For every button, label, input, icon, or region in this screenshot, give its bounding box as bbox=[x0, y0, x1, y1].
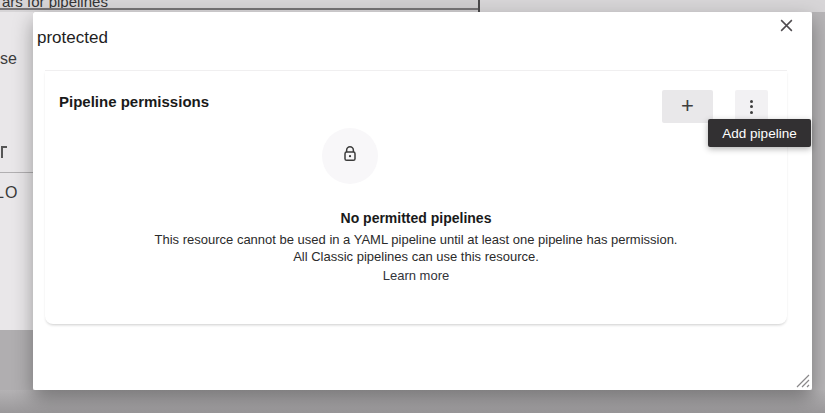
background-header-block bbox=[380, 0, 478, 12]
background-bottom-strip bbox=[0, 390, 825, 413]
empty-state-line-1: This resource cannot be used in a YAML p… bbox=[45, 231, 787, 248]
background-fragment-se: se bbox=[0, 50, 17, 68]
empty-state: No permitted pipelines This resource can… bbox=[45, 210, 787, 284]
close-x-icon bbox=[779, 18, 794, 36]
background-left-divider bbox=[0, 172, 33, 173]
pipeline-permissions-dialog: protected Pipeline permissions + Add pip… bbox=[33, 12, 812, 390]
background-left-bottom bbox=[0, 330, 33, 390]
background-fragment-lo: LO bbox=[0, 184, 18, 202]
background-right-strip bbox=[812, 12, 825, 390]
plus-icon: + bbox=[681, 95, 694, 117]
add-pipeline-button[interactable]: + bbox=[662, 90, 713, 123]
background-left-strip: se LO bbox=[0, 12, 33, 330]
background-vertical-divider bbox=[478, 0, 480, 12]
empty-state-illustration bbox=[322, 128, 378, 184]
learn-more-link[interactable]: Learn more bbox=[383, 268, 449, 283]
background-top-strip: ars for pipelines bbox=[0, 0, 825, 12]
close-button[interactable] bbox=[774, 15, 798, 39]
screen: ars for pipelines se LO protected Pipeli… bbox=[0, 0, 825, 413]
section-heading: Pipeline permissions bbox=[59, 93, 209, 110]
dialog-title: protected bbox=[37, 28, 108, 48]
resize-grip-icon[interactable] bbox=[796, 374, 810, 388]
add-pipeline-tooltip: Add pipeline bbox=[708, 119, 811, 147]
empty-state-line-2: All Classic pipelines can use this resou… bbox=[45, 248, 787, 265]
background-horizontal-rule bbox=[0, 8, 478, 10]
kebab-menu-icon bbox=[750, 100, 753, 114]
lock-icon bbox=[340, 144, 360, 168]
empty-state-title: No permitted pipelines bbox=[45, 210, 787, 226]
background-fragment-arrow bbox=[1, 146, 7, 158]
permissions-card: Pipeline permissions + Add pipeline bbox=[45, 70, 787, 324]
